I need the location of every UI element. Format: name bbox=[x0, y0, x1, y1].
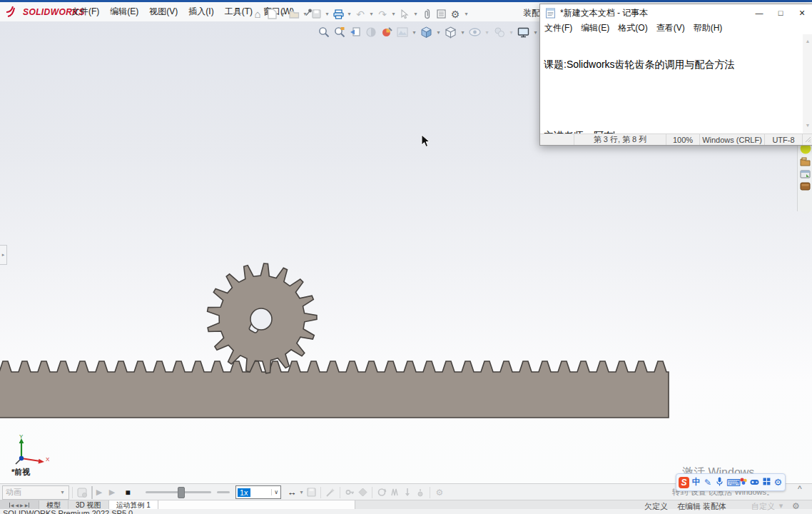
play-icon[interactable]: ▶ bbox=[106, 486, 118, 499]
appearances-icon[interactable] bbox=[800, 182, 811, 191]
notepad-maximize-button[interactable]: □ bbox=[770, 4, 791, 21]
file-explorer-icon[interactable] bbox=[800, 169, 811, 179]
paperclip-icon[interactable] bbox=[420, 8, 433, 21]
play-from-start-icon[interactable]: ▶ bbox=[91, 486, 106, 499]
tab-first-icon[interactable]: ◀ bbox=[9, 503, 14, 508]
sogou-logo-icon[interactable]: S bbox=[679, 477, 689, 488]
options-gear-icon[interactable]: ⚙ bbox=[449, 8, 462, 21]
featuremanager-collapsed-tab[interactable]: ▸ bbox=[0, 245, 7, 265]
scene-dropdown-icon[interactable]: ▾ bbox=[411, 29, 417, 36]
zoom-fit-icon[interactable] bbox=[317, 26, 330, 39]
new-document-icon[interactable] bbox=[265, 8, 278, 21]
notepad-menu-format[interactable]: 格式(O) bbox=[614, 22, 651, 34]
notepad-menu-edit[interactable]: 编辑(E) bbox=[577, 22, 614, 34]
redo-dropdown-icon[interactable]: ▾ bbox=[390, 11, 397, 17]
notepad-menu-file[interactable]: 文件(F) bbox=[540, 22, 577, 34]
display-style-dropdown-icon[interactable]: ▾ bbox=[460, 29, 466, 36]
task-list-icon[interactable] bbox=[435, 8, 447, 21]
spring-icon[interactable] bbox=[388, 486, 401, 499]
ime-settings-gear-icon[interactable]: ⚙ bbox=[773, 477, 783, 488]
motor-icon[interactable] bbox=[375, 486, 388, 499]
rack-part[interactable] bbox=[0, 361, 669, 418]
view-settings-icon[interactable] bbox=[492, 26, 506, 39]
scroll-up-icon[interactable]: ▲ bbox=[806, 34, 811, 49]
ime-apps-grid-icon[interactable] bbox=[761, 478, 771, 488]
ime-language-icon[interactable]: 中 bbox=[691, 476, 701, 488]
zoom-area-icon[interactable] bbox=[333, 26, 346, 39]
notepad-menu-help[interactable]: 帮助(H) bbox=[689, 22, 727, 34]
home-icon[interactable]: ⌂ bbox=[251, 8, 264, 21]
section-view-icon[interactable] bbox=[364, 26, 377, 39]
playback-mode-dropdown-icon[interactable]: ▾ bbox=[298, 489, 305, 495]
orientation-dropdown-icon[interactable]: ▾ bbox=[435, 29, 442, 36]
notepad-menu-view[interactable]: 查看(V) bbox=[652, 22, 689, 34]
status-custom[interactable]: 自定义 bbox=[751, 501, 775, 512]
notepad-text-area[interactable]: 课题:Solidworks齿轮齿条的调用与配合方法 主讲老师—阿左 课堂内容: … bbox=[540, 34, 812, 133]
save-icon[interactable] bbox=[310, 8, 323, 21]
print-icon[interactable] bbox=[332, 8, 345, 21]
edit-appearance-icon[interactable] bbox=[380, 26, 393, 39]
design-library-icon[interactable] bbox=[800, 157, 811, 166]
animation-wizard-icon[interactable] bbox=[324, 486, 337, 499]
undo-icon[interactable]: ↶ bbox=[354, 8, 367, 21]
notepad-titlebar[interactable]: *新建文本文档 - 记事本 — □ × bbox=[540, 4, 812, 21]
new-dropdown-icon[interactable]: ▾ bbox=[280, 11, 286, 17]
open-dropdown-icon[interactable]: ▾ bbox=[302, 11, 308, 17]
menu-insert[interactable]: 插入(I) bbox=[188, 6, 213, 18]
apply-scene-icon[interactable] bbox=[395, 26, 409, 39]
ime-skin-icon[interactable] bbox=[739, 477, 748, 488]
notepad-close-button[interactable]: × bbox=[791, 4, 812, 21]
tab-next-icon[interactable]: ▶ bbox=[20, 503, 24, 508]
select-dropdown-icon[interactable]: ▾ bbox=[412, 11, 419, 17]
autokey-icon[interactable] bbox=[343, 486, 356, 499]
add-key-icon[interactable] bbox=[356, 486, 369, 499]
screen-capture-dropdown-icon[interactable]: ▾ bbox=[532, 29, 539, 36]
view-orientation-icon[interactable] bbox=[420, 26, 433, 39]
timeline-slider-track-right[interactable] bbox=[217, 491, 230, 493]
menu-view[interactable]: 视图(V) bbox=[149, 6, 178, 18]
notepad-minimize-button[interactable]: — bbox=[748, 4, 770, 21]
open-folder-icon[interactable] bbox=[288, 8, 300, 21]
playback-mode-icon[interactable]: ↔ bbox=[285, 486, 298, 499]
redo-icon[interactable]: ↷ bbox=[376, 8, 389, 21]
timeline-slider-handle[interactable] bbox=[178, 487, 185, 498]
previous-view-icon[interactable] bbox=[348, 26, 362, 39]
notepad-zoom-level: 100% bbox=[666, 134, 699, 145]
status-defined: 欠定义 bbox=[644, 501, 668, 512]
stop-icon[interactable]: ■ bbox=[121, 486, 134, 499]
tab-prev-icon[interactable]: ◀ bbox=[15, 503, 19, 508]
display-style-icon[interactable] bbox=[444, 26, 457, 39]
force-icon[interactable] bbox=[401, 486, 414, 499]
hide-show-items-icon[interactable] bbox=[468, 26, 482, 39]
tab-last-icon[interactable]: ▶ bbox=[25, 503, 30, 508]
ime-mic-icon[interactable] bbox=[715, 477, 724, 488]
view-settings-dropdown-icon[interactable]: ▾ bbox=[508, 29, 514, 36]
menu-file[interactable]: 文件(F) bbox=[71, 6, 99, 18]
status-gear-icon[interactable]: ⚙ bbox=[792, 501, 800, 511]
screen-capture-icon[interactable] bbox=[517, 26, 530, 39]
undo-dropdown-icon[interactable]: ▾ bbox=[368, 11, 375, 17]
status-version: SOLIDWORKS Premium 2022 SP5.0 bbox=[3, 509, 133, 514]
tray-caret-icon[interactable]: ^ bbox=[798, 484, 802, 494]
status-custom-dropdown-icon[interactable]: ▾ bbox=[778, 501, 784, 510]
save-animation-icon[interactable] bbox=[305, 486, 318, 499]
ime-pen-icon[interactable]: ✎ bbox=[703, 478, 712, 488]
gravity-icon[interactable] bbox=[414, 486, 427, 499]
notepad-scrollbar[interactable]: ▲ ▼ bbox=[803, 34, 812, 133]
notepad-resize-grip[interactable] bbox=[802, 134, 812, 145]
print-dropdown-icon[interactable]: ▾ bbox=[346, 11, 352, 17]
scroll-down-icon[interactable]: ▼ bbox=[806, 119, 811, 133]
ime-game-icon[interactable] bbox=[750, 478, 759, 488]
options-dropdown-icon[interactable]: ▾ bbox=[463, 11, 470, 17]
ime-keyboard-icon[interactable]: ⌨ bbox=[726, 477, 736, 488]
menu-edit[interactable]: 编辑(E) bbox=[110, 6, 138, 18]
hide-show-dropdown-icon[interactable]: ▾ bbox=[484, 29, 490, 36]
study-type-combo[interactable]: 动画 ▾ bbox=[2, 485, 69, 500]
menu-tools[interactable]: 工具(T) bbox=[225, 6, 253, 18]
select-cursor-icon[interactable] bbox=[398, 8, 411, 21]
save-dropdown-icon[interactable]: ▾ bbox=[324, 11, 330, 17]
motion-settings-gear-icon[interactable]: ⚙ bbox=[433, 486, 446, 499]
playback-speed-combo[interactable]: 1x ∨ bbox=[235, 485, 281, 499]
calculate-icon[interactable] bbox=[76, 486, 88, 499]
main-toolbar: ⌂ ▾ ▾ ▾ ▾ ↶ ▾ ↷ ▾ ▾ bbox=[251, 4, 470, 24]
